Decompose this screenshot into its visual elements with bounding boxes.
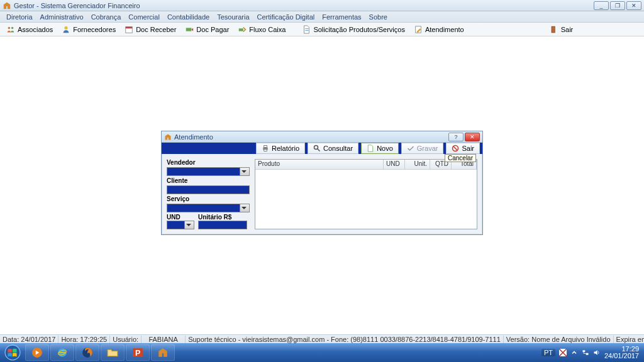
servico-select[interactable] [167,204,250,212]
tb-label: Solicitação Produtos/Serviços [313,26,405,33]
tb-label: Sair [561,26,574,33]
svg-point-14 [314,146,318,150]
toolbar: Associados Fornecedores Doc Receber Doc … [0,23,644,36]
tray-chevron-icon[interactable] [570,349,578,356]
flag-icon[interactable] [559,349,567,356]
task-firefox[interactable] [75,344,99,361]
tb-label: Doc Pagar [196,26,229,33]
note-icon [414,25,423,34]
task-iexplorer[interactable] [50,344,74,361]
menu-tesouraria[interactable]: Tesouraria [213,13,253,21]
tb-label: Atendimento [425,26,464,33]
app-title: Gestor - Sistema Gerenciador Financeiro [14,2,594,9]
systray[interactable]: PT 17:29 24/01/2017 [538,346,643,359]
produtos-grid[interactable]: Produto UND Unit. QTD Total [255,159,477,229]
start-button[interactable] [1,344,24,361]
app-titlebar: Gestor - Sistema Gerenciador Financeiro … [0,0,644,11]
close-button[interactable]: ✕ [626,1,641,10]
und-select[interactable] [167,221,194,229]
svg-rect-10 [552,26,554,32]
tb-sair[interactable]: Sair [546,25,577,35]
tb-label: Fluxo Caixa [249,26,286,33]
menu-administrativo[interactable]: Administrativo [36,13,87,21]
status-usuario-label: Usuário: [110,336,142,343]
gravar-button[interactable]: Gravar [401,143,444,154]
no-entry-icon [452,145,459,152]
menu-comercial[interactable]: Comercial [125,13,164,21]
status-usuario: FABIANA [142,336,186,343]
status-suporte: Suporte técnico - vieirasistemas@gmail.c… [186,336,504,343]
network-icon[interactable] [582,349,589,356]
atendimento-close-button[interactable]: ✕ [465,133,480,141]
sair-button[interactable]: Sair [446,143,480,154]
windows-taskbar: P PT 17:29 24/01/2017 [0,343,644,362]
svg-rect-8 [306,30,309,30]
tb-label: Fornecedores [73,26,116,33]
label-und: UND [167,214,194,221]
atendimento-form: Vendedor Cliente Serviço UND Unitário R$ [167,159,250,229]
svg-point-1 [11,26,14,29]
minimize-button[interactable]: _ [594,1,609,10]
lang-indicator[interactable]: PT [541,349,555,356]
svg-rect-5 [186,28,192,31]
tb-label: Associados [18,26,53,33]
col-unit[interactable]: Unit. [405,160,430,169]
col-und[interactable]: UND [384,160,405,169]
novo-button[interactable]: Novo [361,143,399,154]
task-powerpoint[interactable]: P [126,344,150,361]
exit-icon [550,25,558,34]
relatorio-button[interactable]: Relatório [256,143,305,154]
printer-icon [262,145,269,152]
firefox-icon [82,347,93,358]
speaker-icon[interactable] [593,349,601,356]
menu-sobre[interactable]: Sobre [365,13,391,21]
document-icon [302,25,311,34]
tb-fluxo-caixa[interactable]: Fluxo Caixa [234,25,289,35]
person-icon [62,25,70,34]
status-hora: Hora: 17:29:25 [58,336,110,343]
tb-associados[interactable]: Associados [3,25,57,35]
new-doc-icon [367,145,374,152]
status-data: Data: 24/01/2017 [0,336,58,343]
task-explorer[interactable] [101,344,125,361]
powerpoint-icon: P [132,347,143,358]
taskbar-clock[interactable]: 17:29 24/01/2017 [604,346,639,359]
vendedor-select[interactable] [167,167,250,176]
menu-contabilidade[interactable]: Contabilidade [164,13,213,21]
label-cliente: Cliente [167,177,250,184]
label-servico: Serviço [167,195,250,202]
people-icon [6,25,15,34]
app-icon [164,133,172,141]
tb-solicitacao[interactable]: Solicitação Produtos/Serviços [298,25,409,35]
tb-doc-pagar[interactable]: Doc Pagar [181,25,233,35]
svg-rect-12 [264,146,267,148]
task-gestor-app[interactable] [151,344,175,361]
tb-label: Doc Receber [136,26,176,33]
ie-icon [57,347,68,358]
money-out-icon [185,25,194,34]
label-vendedor: Vendedor [167,159,250,166]
svg-text:P: P [135,349,140,358]
folder-icon [107,347,118,358]
menu-certificacao[interactable]: Certificação Digital [253,13,319,21]
task-wmplayer[interactable] [25,344,49,361]
atendimento-help-button[interactable]: ? [448,133,464,141]
cliente-input[interactable] [167,185,250,194]
maximize-button[interactable]: ❐ [610,1,625,10]
tb-atendimento[interactable]: Atendimento [410,25,468,35]
consultar-button[interactable]: Consultar [308,143,358,154]
status-expira: Expira em 8 dia(s) [614,336,644,343]
search-icon [313,145,321,152]
menu-cobranca[interactable]: Cobrança [87,13,125,21]
client-area: Atendimento ? ✕ Relatório Consultar Novo… [0,36,644,334]
col-produto[interactable]: Produto [255,160,384,169]
svg-point-0 [8,26,11,29]
app-icon [3,1,11,10]
menu-diretoria[interactable]: Diretoria [3,13,36,21]
tb-doc-receber[interactable]: Doc Receber [121,25,180,35]
tooltip-cancelar: Cancelar [445,154,476,162]
unitario-input[interactable] [198,221,247,229]
tb-fornecedores[interactable]: Fornecedores [58,25,119,35]
menu-ferramentas[interactable]: Ferramentas [318,13,365,21]
atendimento-titlebar[interactable]: Atendimento ? ✕ [162,131,482,143]
